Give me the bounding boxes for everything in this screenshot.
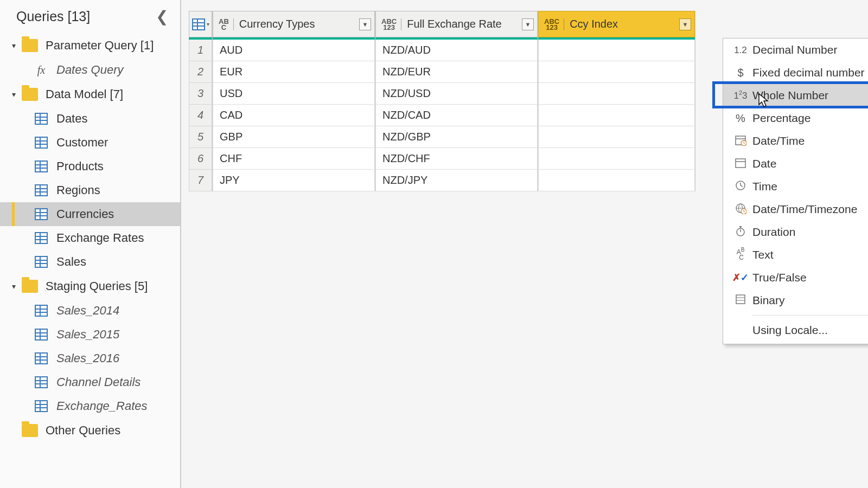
type-option[interactable]: Using Locale... <box>723 319 868 342</box>
type-option-label: Whole Number <box>752 89 828 102</box>
query-item[interactable]: Sales_2015 <box>0 323 180 346</box>
type-option-icon: % <box>729 112 752 125</box>
table-icon <box>35 137 48 149</box>
table-icon <box>35 256 48 268</box>
table-cell[interactable]: NZD/CHF <box>375 148 538 170</box>
table-cell[interactable] <box>538 40 695 61</box>
table-cell[interactable]: AUD <box>213 40 375 61</box>
type-option[interactable]: %Percentage <box>723 107 868 130</box>
type-option[interactable]: 123Whole Number <box>723 84 868 107</box>
query-label: Regions <box>56 183 100 197</box>
query-item[interactable]: Exchange_Rates <box>0 394 180 418</box>
table-cell[interactable]: EUR <box>213 61 375 83</box>
folder-0[interactable]: ▾Parameter Query [1] <box>0 33 180 58</box>
type-option-label: Text <box>752 248 774 261</box>
table-cell[interactable]: NZD/CAD <box>375 105 538 126</box>
folder-1[interactable]: ▾Data Model [7] <box>0 82 180 107</box>
type-option-label: Date <box>752 157 776 170</box>
type-option-icon: 123 <box>729 89 752 101</box>
type-option-icon <box>729 179 752 194</box>
table-icon <box>35 208 48 220</box>
query-item[interactable]: Currencies <box>0 202 180 226</box>
table-cell[interactable] <box>538 170 695 191</box>
filter-button[interactable]: ▼ <box>359 18 371 30</box>
table-cell[interactable]: NZD/EUR <box>375 61 538 83</box>
table-cell[interactable] <box>538 105 695 126</box>
column-header[interactable]: ABC123Ccy Index▼ <box>538 11 695 37</box>
menu-separator <box>752 315 868 316</box>
query-item[interactable]: Exchange Rates <box>0 226 180 250</box>
query-item[interactable]: Sales <box>0 250 180 274</box>
table-cell[interactable] <box>538 148 695 170</box>
query-item[interactable]: Dates <box>0 107 180 131</box>
column-header[interactable]: ABCCurrency Types▼ <box>213 11 375 37</box>
type-icon[interactable]: ABC <box>219 18 234 30</box>
type-option[interactable]: 1.2Decimal Number <box>723 38 868 61</box>
folder-icon <box>22 39 38 52</box>
query-item[interactable]: Customer <box>0 131 180 155</box>
filter-button[interactable]: ▼ <box>679 18 691 30</box>
row-number[interactable]: 6 <box>189 148 212 170</box>
type-option[interactable]: Binary <box>723 289 868 312</box>
row-number[interactable]: 1 <box>189 40 212 61</box>
fx-icon: fx <box>35 64 48 76</box>
row-number[interactable]: 7 <box>189 170 212 191</box>
table-cell[interactable]: CHF <box>213 148 375 170</box>
main-area: ▾1234567ABCCurrency Types▼AUDEURUSDCADGB… <box>181 0 868 488</box>
row-column-header[interactable]: ▾ <box>189 11 212 37</box>
type-option[interactable]: Duration <box>723 221 868 243</box>
table-cell[interactable]: GBP <box>213 126 375 148</box>
table-cell[interactable]: NZD/AUD <box>375 40 538 61</box>
type-icon[interactable]: ABC123 <box>544 18 564 30</box>
collapse-sidebar-button[interactable]: ❮ <box>156 8 168 25</box>
column-header[interactable]: ABC123Full Exchange Rate▼ <box>375 11 538 37</box>
table-cell[interactable] <box>538 61 695 83</box>
type-option[interactable]: $Fixed decimal number <box>723 61 868 84</box>
chevron-down-icon: ▾ <box>12 282 22 291</box>
type-option[interactable]: Date <box>723 152 868 175</box>
table-cell[interactable]: JPY <box>213 170 375 191</box>
queries-sidebar: Queries [13] ❮ ▾Parameter Query [1]fxDat… <box>0 0 181 488</box>
query-item[interactable]: Sales_2016 <box>0 346 180 370</box>
chevron-down-icon: ▾ <box>12 41 22 50</box>
table-cell[interactable] <box>538 83 695 105</box>
type-option[interactable]: Date/Time <box>723 130 868 152</box>
table-icon <box>35 232 48 244</box>
type-option[interactable]: AB CText <box>723 243 868 266</box>
type-option[interactable]: Time <box>723 175 868 198</box>
query-label: Currencies <box>56 207 114 221</box>
table-cell[interactable]: CAD <box>213 105 375 126</box>
query-item[interactable]: fxDates Query <box>0 58 180 82</box>
row-number[interactable]: 3 <box>189 83 212 105</box>
query-item[interactable]: Sales_2014 <box>0 299 180 323</box>
folder-label: Data Model [7] <box>46 87 123 101</box>
type-option-label: Binary <box>752 294 785 307</box>
folder-2[interactable]: ▾Staging Queries [5] <box>0 274 180 299</box>
row-number[interactable]: 2 <box>189 61 212 83</box>
query-item[interactable]: Regions <box>0 178 180 202</box>
row-number[interactable]: 5 <box>189 126 212 148</box>
query-item[interactable]: Products <box>0 155 180 178</box>
table-cell[interactable]: NZD/USD <box>375 83 538 105</box>
filter-button[interactable]: ▼ <box>522 18 534 30</box>
type-option-icon <box>729 225 752 240</box>
query-label: Sales_2016 <box>56 351 119 365</box>
table-icon <box>35 184 48 196</box>
type-option-icon <box>729 293 752 308</box>
type-option[interactable]: ✗✓True/False <box>723 266 868 289</box>
row-number[interactable]: 4 <box>189 105 212 126</box>
table-cell[interactable]: USD <box>213 83 375 105</box>
folder-icon <box>22 88 38 101</box>
table-cell[interactable]: NZD/JPY <box>375 170 538 191</box>
table-icon <box>35 329 48 341</box>
type-option[interactable]: Date/Time/Timezone <box>723 198 868 221</box>
table-cell[interactable]: NZD/GBP <box>375 126 538 148</box>
type-option-icon: $ <box>729 67 752 79</box>
type-icon[interactable]: ABC123 <box>381 18 401 30</box>
type-option-icon <box>729 134 752 149</box>
query-item[interactable]: Channel Details <box>0 370 180 394</box>
folder-3[interactable]: Other Queries <box>0 418 180 443</box>
folder-label: Staging Queries [5] <box>46 279 148 293</box>
type-change-menu[interactable]: 1.2Decimal Number$Fixed decimal number12… <box>723 38 868 344</box>
table-cell[interactable] <box>538 126 695 148</box>
